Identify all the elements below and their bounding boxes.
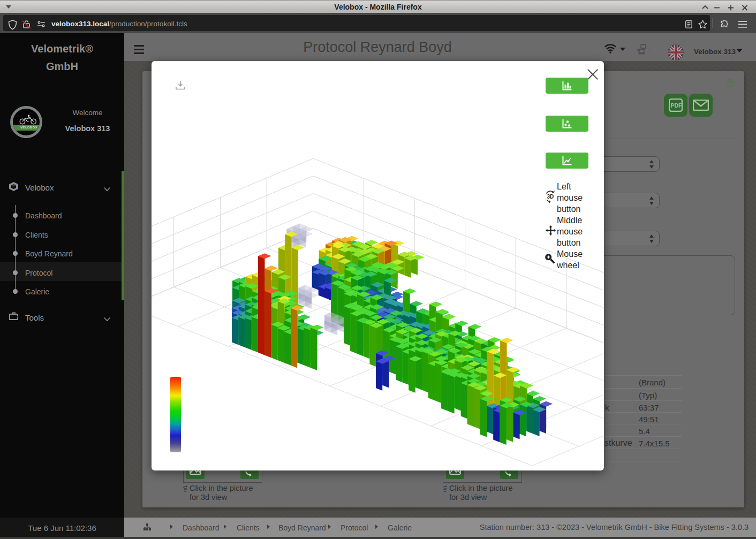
svg-text:PDF: PDF	[671, 102, 683, 109]
svg-text:3D: 3D	[547, 194, 554, 200]
svg-text:3d: 3d	[184, 487, 187, 490]
svg-text:3d: 3d	[443, 487, 447, 490]
